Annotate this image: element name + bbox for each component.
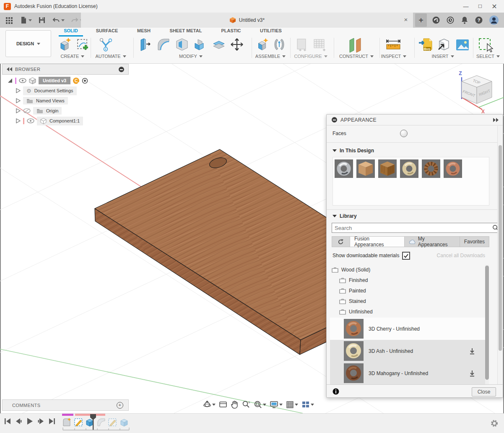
group-configure[interactable]: CONFIGURE bbox=[291, 54, 330, 59]
collapsed-arrow-icon[interactable] bbox=[16, 118, 21, 123]
browser-row-origin[interactable]: Origin bbox=[16, 106, 62, 115]
close-button[interactable]: Close bbox=[472, 387, 496, 396]
timeline-group-bar-magenta[interactable] bbox=[62, 414, 73, 416]
add-comment-icon[interactable]: + bbox=[117, 402, 123, 409]
comments-bar[interactable]: COMMENTS + bbox=[2, 399, 129, 411]
shell-icon[interactable] bbox=[174, 37, 190, 52]
step-back-button[interactable] bbox=[15, 418, 22, 425]
combine-icon[interactable] bbox=[193, 37, 208, 52]
swatch-oak-cube[interactable] bbox=[356, 159, 375, 178]
select-icon[interactable] bbox=[477, 37, 496, 54]
go-to-start-button[interactable] bbox=[4, 418, 11, 425]
browser-header[interactable]: BROWSER bbox=[2, 64, 129, 75]
dialog-scrollbar-track[interactable] bbox=[497, 126, 503, 384]
save-icon[interactable] bbox=[38, 16, 46, 24]
user-avatar[interactable] bbox=[489, 15, 499, 25]
grid-snap-button[interactable] bbox=[286, 401, 298, 409]
clock-icon[interactable] bbox=[446, 16, 455, 24]
help-icon[interactable]: ? bbox=[475, 16, 483, 24]
dialog-collapse-icon[interactable] bbox=[332, 117, 337, 123]
step-forward-button[interactable] bbox=[37, 418, 44, 425]
look-at-icon[interactable] bbox=[219, 401, 227, 408]
expand-arrow-icon[interactable] bbox=[8, 78, 13, 83]
derive-icon[interactable] bbox=[436, 37, 452, 53]
browser-row-component1[interactable]: Component1:1 bbox=[16, 116, 83, 125]
swatch-ash-torus[interactable] bbox=[400, 159, 418, 178]
material-row-cherry[interactable]: 3D Cherry - Unfinished bbox=[330, 318, 485, 340]
search-input[interactable] bbox=[332, 223, 501, 233]
browser-collapse-icon[interactable] bbox=[7, 67, 13, 71]
group-construct[interactable]: CONSTRUCT bbox=[335, 54, 377, 59]
folder-unfinished[interactable]: Unfinished bbox=[339, 309, 373, 315]
app-grid-icon[interactable] bbox=[5, 16, 13, 24]
new-component-icon[interactable] bbox=[256, 37, 270, 52]
browser-row-root[interactable]: Untitled v3 C bbox=[8, 76, 88, 85]
swatch-zebrawood-torus[interactable] bbox=[422, 159, 440, 178]
press-pull-icon[interactable] bbox=[138, 37, 153, 52]
tab-close-icon[interactable]: × bbox=[402, 16, 410, 23]
workspace-selector[interactable]: DESIGN bbox=[5, 30, 51, 57]
tab-plastic[interactable]: PLASTIC bbox=[213, 28, 249, 36]
list-scrollbar-track[interactable] bbox=[485, 265, 489, 384]
swatch-teak-cube[interactable] bbox=[378, 159, 397, 178]
notifications-bell-icon[interactable] bbox=[460, 16, 469, 24]
close-window-button[interactable]: ✕ bbox=[487, 1, 501, 12]
visibility-eye-icon[interactable] bbox=[19, 78, 26, 83]
swatch-steel-torus[interactable] bbox=[335, 159, 353, 178]
timeline-feature-component[interactable] bbox=[62, 417, 72, 427]
joint-icon[interactable] bbox=[273, 37, 286, 52]
automate-icon[interactable] bbox=[97, 37, 114, 54]
new-tab-button[interactable]: + bbox=[415, 13, 427, 27]
browser-row-document-settings[interactable]: ⚙ Document Settings bbox=[16, 86, 77, 95]
create-sketch-icon[interactable] bbox=[75, 37, 91, 52]
fit-button[interactable] bbox=[254, 400, 266, 409]
section-collapse-icon[interactable] bbox=[333, 149, 337, 152]
pan-hand-icon[interactable] bbox=[231, 400, 239, 409]
maximize-button[interactable]: ☐ bbox=[473, 1, 487, 12]
swatch-cherry-torus[interactable] bbox=[444, 159, 462, 178]
tab-sheet-metal[interactable]: SHEET METAL bbox=[166, 28, 205, 36]
cloud-status-badge[interactable]: C bbox=[73, 78, 79, 84]
timeline-feature-sketch[interactable] bbox=[74, 417, 83, 427]
browser-hide-icon[interactable] bbox=[119, 67, 124, 72]
faces-swatch-circle[interactable] bbox=[400, 130, 408, 137]
section-collapse-icon[interactable] bbox=[333, 215, 337, 217]
construct-plane-icon[interactable] bbox=[346, 37, 365, 54]
show-downloadable-checkbox[interactable] bbox=[402, 252, 410, 260]
tab-mesh[interactable]: MESH bbox=[130, 28, 158, 36]
insert-svg-icon[interactable]: SVG bbox=[418, 37, 434, 53]
measure-icon[interactable] bbox=[384, 37, 403, 54]
appearance-dialog-header[interactable]: APPEARANCE bbox=[327, 115, 503, 125]
orbit-button[interactable] bbox=[203, 400, 216, 409]
minimize-button[interactable]: — bbox=[459, 1, 473, 12]
group-automate[interactable]: AUTOMATE bbox=[93, 54, 128, 59]
download-icon[interactable] bbox=[468, 347, 476, 355]
tab-surface[interactable]: SURFACE bbox=[91, 28, 123, 36]
dialog-dock-icon[interactable] bbox=[493, 118, 499, 122]
timeline-feature-sketch-disabled[interactable] bbox=[108, 417, 117, 427]
collapsed-arrow-icon[interactable] bbox=[16, 88, 21, 93]
insert-canvas-icon[interactable] bbox=[455, 37, 470, 53]
activate-radio-icon[interactable] bbox=[82, 78, 88, 84]
go-to-end-button[interactable] bbox=[48, 418, 55, 425]
folder-finished[interactable]: Finished bbox=[339, 277, 368, 283]
library-section[interactable]: Library bbox=[333, 213, 357, 219]
download-icon[interactable] bbox=[468, 370, 476, 377]
timeline-settings-gear-icon[interactable] bbox=[490, 419, 499, 428]
job-status-icon[interactable] bbox=[432, 16, 440, 24]
folder-wood-solid[interactable]: Wood (Solid) bbox=[332, 267, 370, 273]
display-settings-button[interactable] bbox=[270, 401, 283, 409]
undo-button[interactable] bbox=[52, 16, 65, 24]
in-this-design-section[interactable]: In This Design bbox=[333, 148, 374, 154]
tab-my-appearances[interactable]: My Appearances bbox=[405, 237, 460, 247]
refresh-button[interactable] bbox=[332, 237, 350, 247]
group-inspect[interactable]: INSPECT bbox=[378, 54, 409, 59]
folder-stained[interactable]: Stained bbox=[339, 298, 366, 304]
view-cube[interactable]: TOP FRONT RIGHT Z X bbox=[453, 67, 504, 115]
root-node-label[interactable]: Untitled v3 bbox=[39, 77, 70, 84]
offset-face-icon[interactable] bbox=[211, 37, 226, 52]
browser-row-named-views[interactable]: Named Views bbox=[16, 96, 68, 105]
folder-painted[interactable]: Painted bbox=[339, 288, 366, 294]
viewports-button[interactable] bbox=[301, 401, 314, 408]
tab-utilities[interactable]: UTILITIES bbox=[253, 28, 288, 36]
